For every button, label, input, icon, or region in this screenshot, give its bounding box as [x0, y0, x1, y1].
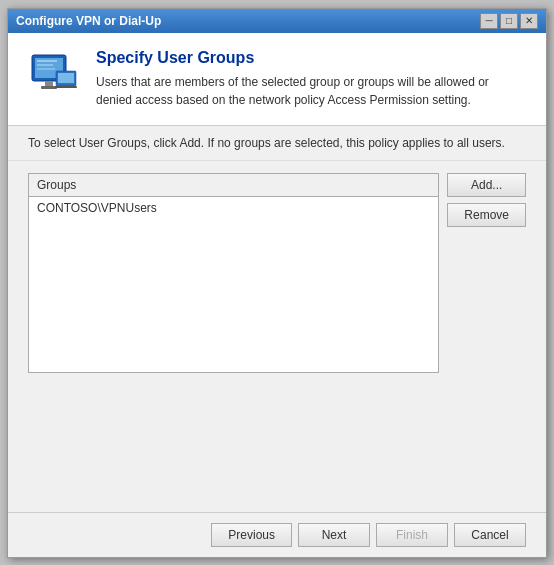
- title-bar: Configure VPN or Dial-Up ─ □ ✕: [8, 9, 546, 33]
- groups-list-header: Groups: [29, 174, 438, 197]
- previous-button[interactable]: Previous: [211, 523, 292, 547]
- svg-rect-4: [37, 68, 55, 70]
- main-body: Groups CONTOSO\VPNUsers Add... Remove: [8, 161, 546, 512]
- footer: Previous Next Finish Cancel: [8, 512, 546, 557]
- header-text: Specify User Groups Users that are membe…: [96, 49, 526, 109]
- remove-button[interactable]: Remove: [447, 203, 526, 227]
- header-section: Specify User Groups Users that are membe…: [8, 33, 546, 126]
- window-title: Configure VPN or Dial-Up: [16, 14, 161, 28]
- dialog-content: Specify User Groups Users that are membe…: [8, 33, 546, 557]
- minimize-button[interactable]: ─: [480, 13, 498, 29]
- list-item[interactable]: CONTOSO\VPNUsers: [29, 199, 438, 217]
- svg-rect-6: [41, 86, 57, 89]
- svg-rect-9: [55, 86, 77, 88]
- next-button[interactable]: Next: [298, 523, 370, 547]
- add-button[interactable]: Add...: [447, 173, 526, 197]
- svg-rect-5: [45, 81, 53, 86]
- groups-buttons: Add... Remove: [447, 173, 526, 500]
- cancel-button[interactable]: Cancel: [454, 523, 526, 547]
- header-title: Specify User Groups: [96, 49, 526, 67]
- svg-rect-2: [37, 60, 57, 62]
- close-button[interactable]: ✕: [520, 13, 538, 29]
- title-bar-controls: ─ □ ✕: [480, 13, 538, 29]
- main-window: Configure VPN or Dial-Up ─ □ ✕: [7, 8, 547, 558]
- computer-icon: [28, 49, 80, 101]
- groups-area: Groups CONTOSO\VPNUsers Add... Remove: [28, 173, 526, 500]
- info-bar-text: To select User Groups, click Add. If no …: [28, 136, 505, 150]
- groups-list-body[interactable]: CONTOSO\VPNUsers: [29, 197, 438, 372]
- svg-rect-8: [58, 73, 74, 83]
- maximize-button[interactable]: □: [500, 13, 518, 29]
- finish-button[interactable]: Finish: [376, 523, 448, 547]
- header-description: Users that are members of the selected g…: [96, 73, 526, 109]
- svg-rect-3: [37, 64, 53, 66]
- groups-list[interactable]: Groups CONTOSO\VPNUsers: [28, 173, 439, 373]
- info-bar: To select User Groups, click Add. If no …: [8, 126, 546, 161]
